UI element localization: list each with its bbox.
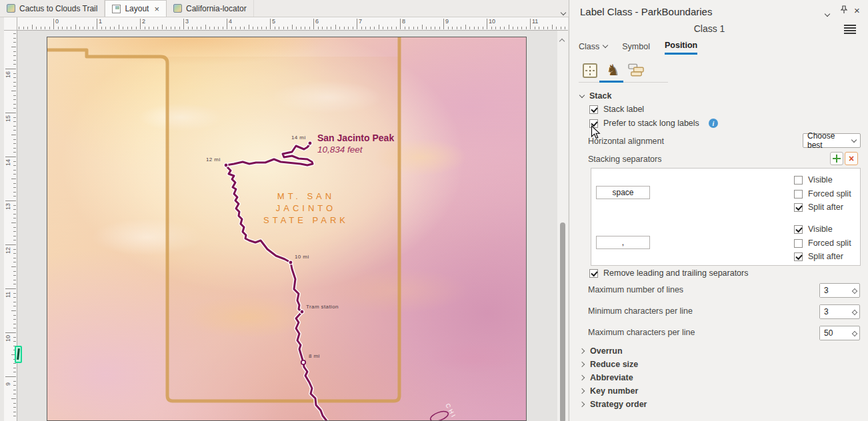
document-tab-layout[interactable]: Layout× <box>105 0 167 17</box>
section-label: Abbreviate <box>590 373 633 382</box>
label-class-name: Class 1 <box>576 23 843 34</box>
separator-value-input[interactable] <box>596 236 650 249</box>
ruler-number: 14 <box>5 158 11 166</box>
add-separator-button[interactable] <box>830 152 843 165</box>
map-label-mile-12: 12 mi <box>206 157 221 163</box>
stacking-separators-label: Stacking separators <box>588 155 661 164</box>
peak-marker-dot <box>308 141 312 145</box>
minimum-characters-per-line-decrement[interactable] <box>853 307 857 316</box>
option-stack-label-label: Stack label <box>603 105 644 114</box>
ruler-number: 3 <box>185 18 189 25</box>
boundary-fragment <box>429 410 449 421</box>
separator-2-split-after[interactable]: Split after <box>794 252 843 261</box>
mile-10-dot <box>289 260 293 264</box>
section-key-number[interactable]: Key number <box>580 386 638 396</box>
tab-symbol[interactable]: Symbol <box>622 41 650 55</box>
separator-1-visible[interactable]: Visible <box>794 175 833 185</box>
section-overrun[interactable]: Overrun <box>580 346 623 356</box>
chevron-down-icon <box>851 137 857 142</box>
minimum-characters-per-line-label: Minimum characters per line <box>588 306 693 316</box>
separator-1-split-after-checkbox[interactable] <box>794 203 803 212</box>
separator-1-visible-label: Visible <box>808 175 833 185</box>
section-label: Overrun <box>590 346 623 356</box>
arcgis-pro-window: Cactus to Clouds TrailLayout×California-… <box>0 0 868 421</box>
tab-label: California-locator <box>186 4 247 13</box>
maximum-number-of-lines-input[interactable] <box>820 284 847 297</box>
separator-1-split-after[interactable]: Split after <box>794 203 843 212</box>
maximum-number-of-lines-decrement[interactable] <box>853 286 857 295</box>
menu-icon[interactable] <box>844 25 856 33</box>
separator-2-forced-split-checkbox[interactable] <box>794 239 803 248</box>
option-stack-label-checkbox[interactable] <box>589 105 598 114</box>
separator-2-visible[interactable]: Visible <box>794 224 833 234</box>
section-strategy-order[interactable]: Strategy order <box>580 400 647 409</box>
separator-value-input[interactable] <box>596 186 650 199</box>
canvas-vertical-scrollbar[interactable] <box>557 31 568 421</box>
ruler-number: 12 <box>5 246 11 254</box>
tab-overflow-chevron[interactable] <box>561 5 565 17</box>
section-label: Strategy order <box>590 400 647 409</box>
map-label-mile-10: 10 mi <box>295 254 309 260</box>
section-abbreviate[interactable]: Abbreviate <box>580 373 633 382</box>
expanded-chevron-icon <box>579 92 585 97</box>
label-class-panel: Label Class - ParkBoundaries × Class 1 C… <box>569 0 868 421</box>
panel-close-icon[interactable]: × <box>854 5 860 15</box>
position-toolbar: ♞ <box>581 61 645 79</box>
section-reduce-size[interactable]: Reduce size <box>580 360 638 369</box>
document-tab-bar: Cactus to Clouds TrailLayout×California-… <box>0 0 569 17</box>
option-stack-label[interactable]: Stack label <box>589 105 644 114</box>
remove-separator-button[interactable]: × <box>845 152 858 165</box>
panel-pin-icon[interactable] <box>840 5 848 14</box>
panel-title: Label Class - ParkBoundaries <box>580 6 712 17</box>
ruler-number: 15 <box>5 114 11 122</box>
ruler-number: 0 <box>55 18 59 25</box>
horizontal-alignment-select[interactable]: Choose best <box>803 133 861 148</box>
park-boundary-fill <box>167 57 399 401</box>
collapsed-chevron-icon <box>579 362 585 367</box>
ruler-number: 16 <box>5 70 11 78</box>
option-remove-leading-and-trailing-separators-checkbox[interactable] <box>589 269 598 278</box>
info-icon[interactable]: i <box>709 119 718 128</box>
stack-section-header[interactable]: Stack <box>580 91 611 101</box>
close-tab-icon[interactable]: × <box>154 5 159 13</box>
layout-page[interactable]: San Jacinto Peak 10,834 feet MT. SANJACI… <box>47 37 527 421</box>
fitting-strategy-knight-icon[interactable]: ♞ <box>605 61 621 79</box>
separator-2-visible-checkbox[interactable] <box>794 225 803 234</box>
park-name-label: MT. SANJACINTOSTATE PARK <box>247 191 365 226</box>
option-prefer-to-stack-long-labels[interactable]: Prefer to stack long labelsi <box>589 119 718 128</box>
stack-section-label: Stack <box>589 91 611 101</box>
separator-2-split-after-checkbox[interactable] <box>794 252 803 261</box>
separator-1-forced-split[interactable]: Forced split <box>794 189 851 199</box>
scrollbar-thumb[interactable] <box>560 222 565 421</box>
tab-class[interactable]: Class <box>579 41 607 55</box>
separator-1-forced-split-checkbox[interactable] <box>794 190 803 199</box>
stacking-separators-list: VisibleForced splitSplit afterVisibleFor… <box>591 168 861 266</box>
stacked-labels-icon[interactable] <box>628 61 645 79</box>
panel-tab-bar: ClassSymbolPosition <box>579 41 697 55</box>
scroll-up-arrow[interactable] <box>560 34 564 46</box>
maximum-characters-per-line-decrement[interactable] <box>853 328 857 338</box>
separator-1-visible-checkbox[interactable] <box>794 176 803 185</box>
separator-2-forced-split[interactable]: Forced split <box>794 238 851 248</box>
close-icon: × <box>849 154 854 163</box>
maximum-characters-per-line-spinner <box>819 326 860 340</box>
separator-2-split-after-label: Split after <box>808 252 843 261</box>
minimum-characters-per-line-input[interactable] <box>820 305 847 318</box>
plus-icon <box>833 155 841 163</box>
mouse-cursor <box>591 125 601 140</box>
document-tab-california-locator[interactable]: California-locator <box>167 0 254 17</box>
tab-label: Position <box>665 41 697 50</box>
separator-2-visible-label: Visible <box>808 224 833 234</box>
option-remove-leading-and-trailing-separators[interactable]: Remove leading and trailing separators <box>589 268 749 278</box>
ruler-number: 11 <box>5 290 11 298</box>
placement-icon[interactable] <box>581 61 598 79</box>
map-overlay <box>47 37 527 421</box>
section-label: Reduce size <box>590 360 638 369</box>
tab-position[interactable]: Position <box>665 41 697 55</box>
document-tab-cactus-to-clouds-trail[interactable]: Cactus to Clouds Trail <box>0 0 105 17</box>
ruler-number: 2 <box>142 18 145 25</box>
map-label-mile-14: 14 mi <box>291 135 306 141</box>
maximum-characters-per-line-input[interactable] <box>820 326 847 340</box>
layout-canvas[interactable]: San Jacinto Peak 10,834 feet MT. SANJACI… <box>17 31 557 421</box>
panel-collapse-chevron-icon[interactable] <box>825 9 829 18</box>
